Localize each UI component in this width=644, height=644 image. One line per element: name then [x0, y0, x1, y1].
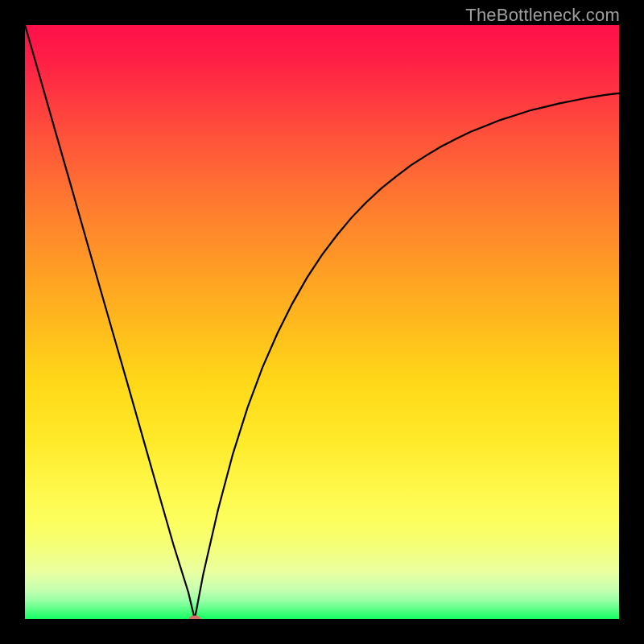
chart-frame: TheBottleneck.com: [0, 0, 644, 644]
minimum-point-marker: [188, 616, 200, 620]
heat-gradient-background: [25, 25, 619, 619]
watermark-text: TheBottleneck.com: [465, 5, 620, 26]
plot-area: [25, 25, 619, 619]
